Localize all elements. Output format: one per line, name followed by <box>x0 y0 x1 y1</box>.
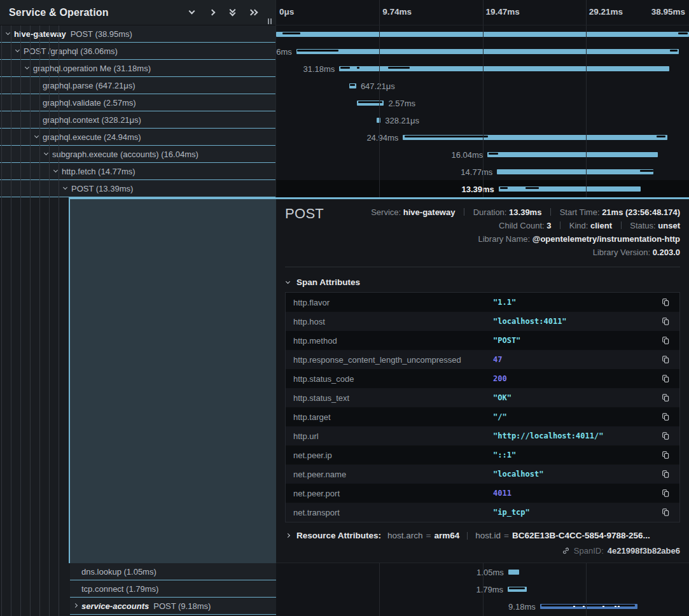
tree-row-subgraph-execute[interactable]: subgraph.execute (accounts) (16.04ms) <box>0 146 275 163</box>
double-chevron-down-icon[interactable] <box>228 8 237 17</box>
span-attributes-table: http.flavor "1.1" http.host "localhost:4… <box>285 292 680 522</box>
chevron-down-icon[interactable] <box>24 64 33 73</box>
panel-title: Service & Operation <box>9 7 188 18</box>
service-operation-header: Service & Operation <box>0 0 275 25</box>
copy-icon[interactable] <box>660 411 672 423</box>
duration-label: 2.57ms <box>384 98 415 108</box>
chevron-right-icon[interactable] <box>208 8 217 17</box>
attribute-row: http.host "localhost:4011" <box>286 312 679 331</box>
tree-row-http-fetch[interactable]: http.fetch (14.77ms) <box>0 163 275 180</box>
chevron-down-icon[interactable] <box>5 29 14 38</box>
divider <box>285 267 680 267</box>
duration-label: 647.21μs <box>356 81 395 90</box>
copy-icon[interactable] <box>660 449 672 461</box>
double-chevron-right-icon[interactable] <box>249 8 258 17</box>
tree-controls <box>188 8 258 17</box>
copy-icon[interactable] <box>660 507 672 518</box>
span-attributes-toggle[interactable]: Span Attributes <box>285 277 680 287</box>
chevron-down-icon[interactable] <box>188 8 197 17</box>
attribute-key: http.method <box>293 336 493 346</box>
timeline-row[interactable]: 1.79ms <box>276 580 689 598</box>
tree-row-service-accounts-post[interactable]: service-accounts POST (9.18ms) <box>70 598 276 615</box>
meta-line-4: Library Version: 0.203.0 <box>324 246 680 259</box>
timeline-row[interactable]: 9.18ms <box>276 598 689 615</box>
section-title: Span Attributes <box>296 277 360 287</box>
span-label: dns.lookup (1.05ms) <box>81 567 157 577</box>
timeline-row[interactable]: 16.04ms <box>276 146 689 163</box>
tree-row-post-graphql[interactable]: POST /graphql (36.06ms) <box>0 43 275 60</box>
chevron-down-icon[interactable] <box>34 132 43 141</box>
tree-row-post-selected[interactable]: POST (13.39ms) <box>0 180 275 197</box>
span-bar[interactable] <box>276 32 689 37</box>
span-tree: hive-gateway POST (38.95ms) POST /graphq… <box>0 25 275 197</box>
attribute-value: "localhost" <box>493 470 660 479</box>
timeline-row[interactable]: 2.57ms <box>276 94 689 111</box>
span-label: http.fetch (14.77ms) <box>62 167 136 176</box>
timeline-row[interactable]: 1.05ms <box>276 563 689 580</box>
attribute-value: "/" <box>493 412 660 421</box>
copy-icon[interactable] <box>660 430 672 442</box>
tree-row-graphql-validate[interactable]: graphql.validate (2.57ms) <box>0 94 275 111</box>
copy-icon[interactable] <box>660 373 672 384</box>
attribute-key: net.transport <box>293 508 493 517</box>
copy-icon[interactable] <box>660 335 672 346</box>
tree-row-hive-gateway-post[interactable]: hive-gateway POST (38.95ms) <box>0 25 275 43</box>
attribute-value: "ip_tcp" <box>493 508 660 517</box>
chevron-down-icon[interactable] <box>53 167 62 176</box>
service-name: service-accounts <box>81 601 149 611</box>
copy-icon[interactable] <box>660 354 672 365</box>
span-detail-panel: POST Service: hive-gateway Duration: 13.… <box>276 197 689 563</box>
span-bar[interactable] <box>487 152 657 157</box>
timeline-row[interactable]: 31.18ms <box>276 60 689 77</box>
copy-icon[interactable] <box>660 487 672 499</box>
tree-row-graphql-context[interactable]: graphql.context (328.21μs) <box>0 111 275 129</box>
span-label: graphql.operation Me (31.18ms) <box>33 64 151 73</box>
panel-resize-handle[interactable] <box>268 18 272 24</box>
span-label: POST (38.95ms) <box>71 29 132 39</box>
span-bar[interactable] <box>508 570 520 575</box>
tree-row-graphql-parse[interactable]: graphql.parse (647.21μs) <box>0 77 275 94</box>
attribute-key: net.peer.name <box>293 470 493 479</box>
attribute-row: net.peer.ip "::1" <box>286 445 679 465</box>
tree-row-graphql-operation[interactable]: graphql.operation Me (31.18ms) <box>0 60 275 77</box>
tree-row-dns-lookup[interactable]: dns.lookup (1.05ms) <box>70 563 276 580</box>
chevron-right-icon[interactable] <box>73 601 81 610</box>
tree-row-graphql-execute[interactable]: graphql.execute (24.94ms) <box>0 129 275 146</box>
copy-icon[interactable] <box>660 297 672 308</box>
timeline-row[interactable]: 647.21μs <box>276 77 689 94</box>
copy-icon[interactable] <box>660 392 672 403</box>
attribute-key: http.target <box>293 412 493 422</box>
timeline-rows: 36.06ms 31.18ms 647.21μs 2.57ms <box>276 25 689 197</box>
span-bar[interactable] <box>296 49 679 54</box>
chevron-down-icon[interactable] <box>62 184 71 193</box>
duration-label: 36.06ms <box>276 46 296 56</box>
tree-row-tcp-connect[interactable]: tcp.connect (1.79ms) <box>70 580 276 598</box>
timeline-row[interactable]: 328.21μs <box>276 111 689 129</box>
attribute-row: net.peer.port 4011 <box>286 484 679 503</box>
tick-label: 19.47ms <box>486 7 520 17</box>
duration-label: 9.18ms <box>508 601 540 611</box>
duration-label: 1.05ms <box>477 567 508 577</box>
timeline-row[interactable]: 36.06ms <box>276 43 689 60</box>
span-label: POST (13.39ms) <box>71 184 133 193</box>
copy-icon[interactable] <box>660 468 672 480</box>
timeline-row[interactable] <box>276 25 689 43</box>
tick-label: 9.74ms <box>382 7 412 17</box>
span-bar[interactable] <box>499 186 641 192</box>
chevron-down-icon[interactable] <box>43 150 52 158</box>
attribute-key: http.response_content_length_uncompresse… <box>293 355 493 365</box>
timeline-row[interactable]: 24.94ms <box>276 129 689 146</box>
span-label: graphql.parse (647.21μs) <box>43 81 136 90</box>
timeline-row-selected[interactable]: 13.39ms <box>276 180 689 197</box>
meta-separator <box>621 221 622 229</box>
span-bar[interactable] <box>497 169 653 174</box>
copy-icon[interactable] <box>660 316 672 327</box>
chevron-down-icon[interactable] <box>15 46 24 55</box>
tick-label: 29.21ms <box>589 7 623 17</box>
timeline-panel: 0μs 9.74ms 19.47ms 29.21ms 38.95ms 36.06… <box>276 0 689 616</box>
duration-label: 14.77ms <box>461 167 497 176</box>
attribute-row: net.transport "ip_tcp" <box>286 503 679 522</box>
resource-attributes-toggle[interactable]: Resource Attributes: host.arch = arm64 h… <box>285 531 680 540</box>
timeline-row[interactable]: 14.77ms <box>276 163 689 180</box>
duration-label: 24.94ms <box>366 132 403 142</box>
